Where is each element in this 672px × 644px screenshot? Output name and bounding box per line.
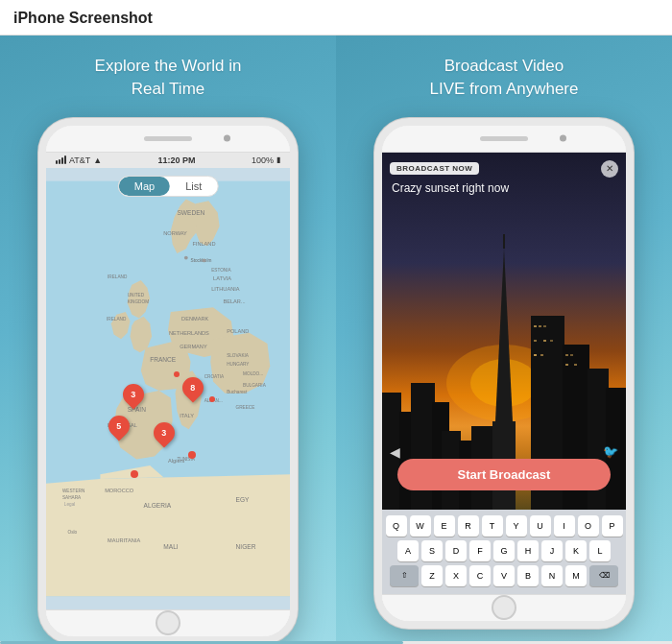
svg-rect-61	[539, 325, 541, 327]
svg-text:Bucharest: Bucharest	[227, 389, 248, 394]
key-z[interactable]: Z	[421, 565, 443, 586]
home-bar-left[interactable]	[46, 609, 290, 636]
svg-text:UNITED: UNITED	[128, 293, 145, 298]
home-button-right[interactable]	[492, 595, 516, 620]
list-tab[interactable]: List	[170, 177, 217, 196]
key-e[interactable]: E	[434, 515, 455, 537]
broadcast-now-badge: BROADCAST NOW	[390, 162, 479, 175]
svg-text:WESTERN: WESTERN	[62, 489, 84, 493]
key-t[interactable]: T	[482, 515, 503, 537]
wifi-icon: ▲	[93, 155, 102, 165]
svg-text:SLOVAKIA: SLOVAKIA	[227, 353, 250, 358]
svg-rect-67	[540, 354, 543, 356]
svg-text:FINLAND: FINLAND	[192, 241, 215, 247]
svg-text:EGY: EGY	[236, 495, 251, 502]
key-s[interactable]: S	[421, 540, 443, 561]
map-tab[interactable]: Map	[119, 177, 170, 196]
left-panel-title: Explore the World in Real Time	[95, 55, 242, 101]
map-toolbar[interactable]: Map List	[118, 176, 219, 197]
right-panel-title: Broadcast Video LIVE from Anywhere	[430, 55, 579, 101]
key-i[interactable]: I	[554, 515, 575, 537]
key-m[interactable]: M	[565, 565, 587, 586]
broadcast-twitter-icon[interactable]: 🐦	[603, 444, 618, 459]
key-k[interactable]: K	[565, 540, 587, 561]
svg-text:SWEDEN: SWEDEN	[177, 209, 204, 216]
svg-text:ITALY: ITALY	[180, 413, 194, 418]
svg-text:MOROCCO: MOROCCO	[105, 488, 134, 493]
key-u[interactable]: U	[530, 515, 551, 537]
svg-text:IRELAND: IRELAND	[108, 274, 128, 279]
key-c[interactable]: C	[469, 565, 491, 586]
broadcast-close-button[interactable]: ✕	[601, 160, 618, 178]
svg-point-38	[184, 255, 188, 259]
key-p[interactable]: P	[602, 515, 623, 537]
svg-text:KINGDOM: KINGDOM	[128, 298, 149, 303]
key-j[interactable]: J	[541, 540, 563, 561]
svg-text:NETHERLANDS: NETHERLANDS	[169, 329, 209, 335]
page-header: iPhone Screenshot	[0, 0, 672, 36]
key-backspace[interactable]: ⌫	[589, 565, 618, 586]
svg-text:ESTONIA: ESTONIA	[211, 267, 231, 272]
svg-text:ALGERIA: ALGERIA	[144, 502, 172, 509]
keyboard-row-2: A S D F G H J K L	[386, 540, 622, 561]
key-b[interactable]: B	[517, 565, 539, 586]
svg-text:Oslo: Oslo	[68, 529, 78, 534]
svg-text:GREECE: GREECE	[236, 404, 255, 409]
svg-text:NIGER: NIGER	[236, 543, 256, 550]
key-v[interactable]: V	[493, 565, 515, 586]
home-button-left[interactable]	[156, 610, 180, 635]
svg-text:BELAR...: BELAR...	[223, 298, 246, 303]
home-bar-right[interactable]	[382, 594, 626, 621]
key-l[interactable]: L	[589, 540, 611, 561]
svg-text:DENMARK: DENMARK	[181, 316, 208, 322]
broadcast-left-icon[interactable]: ◀	[390, 444, 400, 460]
time-label: 11:20 PM	[158, 155, 196, 165]
key-a[interactable]: A	[397, 540, 419, 561]
svg-text:LATVIA: LATVIA	[213, 275, 231, 281]
key-x[interactable]: X	[445, 565, 467, 586]
svg-rect-71	[574, 364, 577, 366]
svg-text:MAURITANIA: MAURITANIA	[108, 537, 141, 543]
svg-text:LITHUANIA: LITHUANIA	[211, 286, 240, 292]
camera-right	[560, 135, 566, 142]
broadcast-top-bar: BROADCAST NOW ✕	[390, 160, 618, 178]
carrier-label: AT&T	[69, 155, 90, 165]
broadcast-screen: BROADCAST NOW ✕ Crazy sunset right now ◀…	[382, 153, 626, 594]
map-dot-1	[188, 451, 196, 459]
svg-rect-62	[543, 325, 546, 327]
svg-text:MOLDO...: MOLDO...	[243, 370, 263, 375]
signal-icon	[56, 155, 66, 164]
key-g[interactable]: G	[493, 540, 515, 561]
key-o[interactable]: O	[578, 515, 599, 537]
battery-icon: ▮	[276, 155, 280, 164]
iphone-top-bar-right	[382, 126, 626, 153]
key-d[interactable]: D	[445, 540, 467, 561]
key-shift[interactable]: ⇧	[390, 565, 419, 586]
map-dot-4	[174, 371, 180, 377]
svg-rect-64	[543, 340, 546, 342]
svg-text:IRELAND: IRELAND	[107, 317, 127, 322]
left-panel: Explore the World in Real Time AT&T ▲	[0, 36, 336, 644]
screenshots-container: Explore the World in Real Time AT&T ▲	[0, 36, 672, 644]
key-f[interactable]: F	[469, 540, 491, 561]
start-broadcast-button[interactable]: Start Broadcast	[397, 459, 611, 490]
iphone-top-bar-left	[46, 126, 290, 153]
svg-text:Stockholm: Stockholm	[191, 258, 212, 263]
key-n[interactable]: N	[541, 565, 563, 586]
map-dot-2	[131, 470, 138, 478]
svg-text:MALI: MALI	[163, 543, 179, 550]
broadcast-icons-bar: ◀ 🐦	[390, 444, 618, 460]
battery-label: 100%	[252, 155, 274, 165]
svg-rect-63	[534, 340, 537, 342]
key-q[interactable]: Q	[386, 515, 407, 537]
status-bar-left: AT&T ▲ 11:20 PM 100% ▮	[46, 153, 290, 168]
key-r[interactable]: R	[458, 515, 479, 537]
page-title: iPhone Screenshot	[13, 10, 153, 26]
svg-rect-68	[565, 354, 568, 356]
map-dot-3	[209, 396, 215, 402]
broadcast-caption[interactable]: Crazy sunset right now	[392, 181, 616, 195]
key-y[interactable]: Y	[506, 515, 527, 537]
key-w[interactable]: W	[410, 515, 431, 537]
key-h[interactable]: H	[517, 540, 539, 561]
speaker-left	[144, 136, 192, 141]
